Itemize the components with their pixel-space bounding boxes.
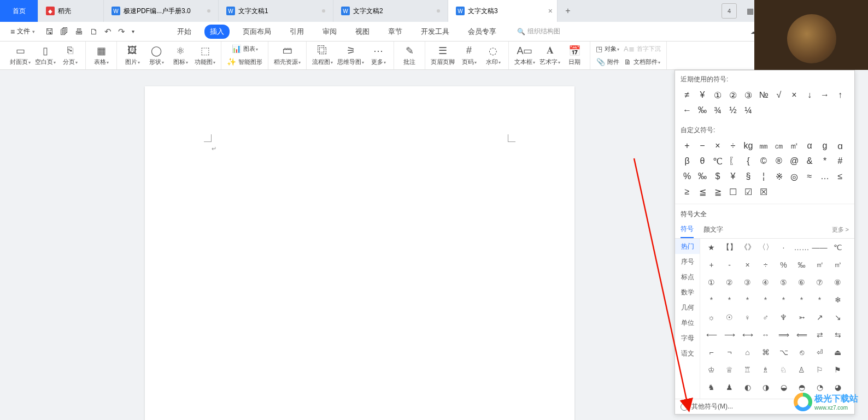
symbol-cell[interactable]: ⚐	[811, 362, 829, 377]
symbol-cell[interactable]: ¼	[741, 103, 756, 118]
symbol-cell[interactable]: ↔	[756, 327, 775, 342]
symbol-cell[interactable]: 〈〉	[756, 240, 775, 255]
symbol-cell[interactable]: ¾	[710, 103, 725, 118]
symbol-cell[interactable]: ※	[771, 169, 787, 184]
symbol-cell[interactable]: ¦	[756, 169, 771, 184]
tab-docker[interactable]: ◆ 稻壳	[38, 0, 104, 22]
symbol-cell[interactable]: ◐	[738, 380, 756, 395]
symbol-cell[interactable]: ⌐	[702, 345, 720, 360]
menu-tab-references[interactable]: 引用	[284, 25, 309, 39]
symbol-cell[interactable]: ⟵	[702, 327, 720, 342]
symbol-cell[interactable]: ⟷	[738, 327, 756, 342]
symbol-cell[interactable]: ⌂	[738, 345, 756, 360]
symbol-cell[interactable]: −	[695, 138, 710, 153]
smartgraph-button[interactable]: ✨智能图形	[225, 55, 265, 68]
symbol-cell[interactable]: 【】	[720, 240, 738, 255]
symbol-cell[interactable]: ×	[738, 257, 756, 273]
symbol-cell[interactable]: ¥	[725, 169, 741, 184]
symbol-cell[interactable]: ④	[756, 275, 775, 290]
menu-tab-insert[interactable]: 插入	[204, 25, 230, 39]
symbol-cell[interactable]: ②	[720, 275, 738, 290]
tab-doc-4-active[interactable]: W 文字文稿3 ×	[448, 0, 558, 22]
menu-tab-devtools[interactable]: 开发工具	[415, 25, 455, 39]
symbol-cell[interactable]: ♂	[756, 310, 775, 325]
symbol-category[interactable]: 序号	[675, 254, 700, 269]
symbol-cell[interactable]: ≦	[695, 184, 710, 199]
symbol-cell[interactable]: *	[775, 292, 793, 307]
wordart-button[interactable]: 𝐀艺术字	[537, 42, 562, 69]
symbol-cell[interactable]: ☐	[725, 184, 741, 199]
symbol-cell[interactable]: ②	[725, 87, 741, 103]
symbol-cell[interactable]: ❄	[829, 292, 847, 307]
header-footer-button[interactable]: ☰页眉页脚	[429, 42, 457, 69]
symbol-cell[interactable]: ⌥	[775, 345, 793, 360]
symbol-cell[interactable]: ♀	[738, 310, 756, 325]
symbol-cell[interactable]: ♕	[720, 362, 738, 377]
symbol-cell[interactable]: *	[720, 292, 738, 307]
symbol-cell[interactable]: ≈	[802, 169, 817, 184]
symbol-cell[interactable]: ≠	[679, 87, 695, 103]
symbol-cell[interactable]: ☑	[741, 184, 756, 199]
flowchart-button[interactable]: ⿻流程图	[310, 42, 335, 69]
dropcap-button[interactable]: A≣首字下沉	[621, 42, 663, 55]
symbol-cell[interactable]: ↓	[802, 87, 817, 103]
redo-icon[interactable]: ↷	[118, 27, 125, 37]
symbol-cell[interactable]: $	[710, 169, 725, 184]
symbol-cell[interactable]: ≥	[679, 184, 695, 199]
page-break-button[interactable]: ⎘分页	[58, 42, 82, 69]
symbol-cell[interactable]: ☼	[702, 310, 720, 325]
symbol-cell[interactable]: ¥	[695, 87, 710, 103]
symbol-cell[interactable]: ♘	[775, 362, 793, 377]
symbol-cell[interactable]: ♙	[793, 362, 811, 377]
textbox-button[interactable]: A▭文本框	[512, 42, 537, 69]
table-button[interactable]: ▦表格	[89, 42, 113, 69]
symbol-cell[interactable]: ⑥	[793, 275, 811, 290]
smartart-button[interactable]: ⬚功能图	[192, 42, 218, 69]
symbol-cell[interactable]: ↑	[832, 87, 848, 103]
symbol-cell[interactable]: ¬	[720, 345, 738, 360]
symbol-category[interactable]: 热门	[675, 239, 700, 254]
symbol-category[interactable]: 字母	[675, 330, 700, 346]
symbol-cell[interactable]: *	[793, 292, 811, 307]
symbol-cell[interactable]: 〖	[725, 153, 741, 169]
symbol-cell[interactable]: 《》	[738, 240, 756, 255]
symbol-cell[interactable]: *	[817, 153, 832, 169]
symbol-cell[interactable]: ①	[702, 275, 720, 290]
symbol-category[interactable]: 数学	[675, 285, 700, 300]
symbol-cell[interactable]: ⟶	[720, 327, 738, 342]
watermark-button[interactable]: ◌水印	[481, 42, 505, 69]
symbol-cell[interactable]: %	[775, 257, 793, 273]
symbol-cell[interactable]: ↗	[811, 310, 829, 325]
menu-tab-member[interactable]: 会员专享	[462, 25, 502, 39]
symbol-cell[interactable]: ɑ	[832, 138, 848, 153]
symbol-cell[interactable]: *	[756, 292, 775, 307]
symbol-cell[interactable]: ……	[793, 240, 811, 255]
symbol-cell[interactable]: √	[771, 87, 787, 103]
symbol-cell[interactable]: ·	[775, 240, 793, 255]
mindmap-button[interactable]: ⚞思维导图	[335, 42, 366, 69]
symbol-tab-emoji[interactable]: 颜文字	[703, 222, 723, 238]
symbol-cell[interactable]: ≧	[710, 184, 725, 199]
symbol-cell[interactable]: ◎	[787, 169, 802, 184]
symbol-cell[interactable]: ㎥	[829, 257, 847, 273]
picture-button[interactable]: 🖼图片	[120, 42, 144, 69]
symbol-cell[interactable]: ——	[811, 240, 829, 255]
docker-resource-button[interactable]: 🗃稻壳资源	[272, 42, 303, 69]
symbol-cell[interactable]: ⑦	[811, 275, 829, 290]
symbol-cell[interactable]: ⏏	[829, 345, 847, 360]
symbol-cell[interactable]: ÷	[756, 257, 775, 273]
symbol-cell[interactable]: ⇆	[829, 327, 847, 342]
symbol-cell[interactable]: ♟	[720, 380, 738, 395]
tab-doc-2[interactable]: W 文字文稿1	[219, 0, 333, 22]
tab-doc-1[interactable]: W 极速PDF编...户手册3.0	[104, 0, 219, 22]
file-menu[interactable]: ≡ 文件 ▾	[7, 24, 39, 39]
symbol-cell[interactable]: ◑	[756, 380, 775, 395]
symbol-cell[interactable]: ≤	[832, 169, 848, 184]
menu-tab-review[interactable]: 审阅	[317, 25, 342, 39]
save-icon[interactable]: 🖫	[45, 27, 54, 36]
symbol-cell[interactable]: ⌘	[756, 345, 775, 360]
symbol-cell[interactable]: ⑧	[829, 275, 847, 290]
symbol-cell[interactable]: ★	[702, 240, 720, 255]
symbol-cell[interactable]: α	[802, 138, 817, 153]
symbol-cell[interactable]: ③	[741, 87, 756, 103]
